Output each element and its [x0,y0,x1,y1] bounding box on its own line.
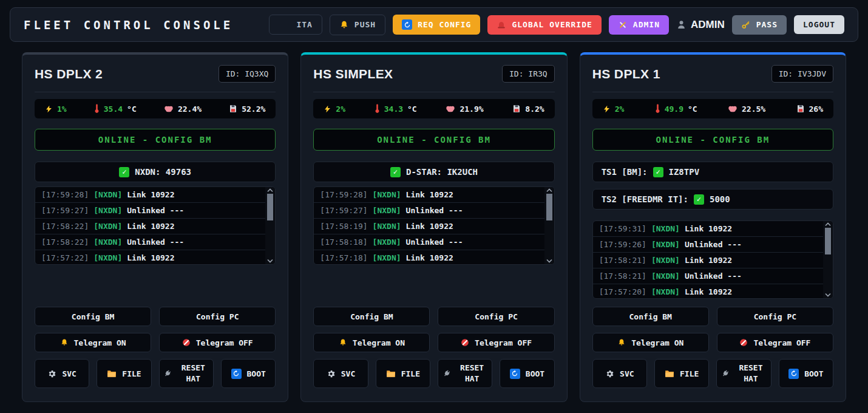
timeslot-1-row: TS1 [BM]: ✓ IZ8TPV [592,162,833,182]
telegram-off-button[interactable]: Telegram OFF [717,333,833,352]
log-message: Link 10922 [406,222,453,231]
temp-stat: 34.3°C [375,104,417,114]
disk-value: 52.2% [242,104,265,114]
telegram-off-label: Telegram OFF [753,338,810,347]
disk-value: 26% [809,104,823,114]
logout-label: LOGOUT [803,20,835,29]
log-tag: [NXDN] [373,253,401,262]
status-box: ONLINE - CONFIG BM [313,129,554,151]
reset-hat-button[interactable]: RESET HAT [438,359,492,388]
config-bm-button[interactable]: Config BM [35,307,151,326]
log-time: [17:58:18] [320,237,367,247]
refresh-icon [510,369,520,379]
config-pc-button[interactable]: Config PC [438,307,554,326]
log-message: Unlinked --- [406,206,463,215]
req-config-button[interactable]: REQ CONFIG [393,15,480,35]
config-bm-button[interactable]: Config BM [313,307,430,326]
stats-bar: 2% 34.3°C 21.9% 8.2% [313,99,554,118]
log-message: Unlinked --- [685,240,742,249]
scrollbar-track[interactable] [267,193,273,259]
scrollbar-thumb[interactable] [546,194,552,220]
logout-button[interactable]: LOGOUT [794,15,844,34]
temp-unit: °C [407,104,417,114]
telegram-on-label: Telegram ON [74,338,126,347]
reset-hat-button[interactable]: RESET HAT [159,359,214,388]
telegram-on-button[interactable]: Telegram ON [35,333,151,352]
log-entry: [17:57:22][NXDN]Link 10922 [35,250,265,264]
thermometer-icon [375,104,380,114]
req-config-label: REQ CONFIG [418,20,471,29]
scroll-down-icon[interactable] [267,259,273,263]
check-icon: ✓ [694,194,704,205]
language-button[interactable]: ITA [269,15,322,35]
temp-stat: 35.4°C [94,104,137,114]
scroll-up-icon[interactable] [267,188,273,193]
log-scrollbar[interactable] [265,187,275,264]
tools-icon [618,20,628,30]
log-scrollbar[interactable] [823,221,833,298]
scrollbar-thumb[interactable] [267,194,273,220]
cpu-value: 22.4% [178,104,202,114]
scroll-down-icon[interactable] [825,293,831,297]
svc-label: SVC [62,369,76,378]
reset-hat-button[interactable]: RESET HAT [716,359,771,388]
file-button[interactable]: FILE [654,359,709,388]
pass-button[interactable]: PASS [732,15,787,35]
app-title: FLEET CONTROL CONSOLE [24,18,233,32]
boot-label: BOOT [247,369,266,378]
log-entry: [17:59:27][NXDN]Unlinked --- [35,203,265,219]
telegram-on-button[interactable]: Telegram ON [592,333,709,352]
scroll-up-icon[interactable] [546,188,552,193]
current-user: ADMIN [676,19,725,31]
power-stat: 1% [45,104,67,114]
log-entry: [17:59:28][NXDN]Link 10922 [35,187,265,203]
log-rows[interactable]: [17:59:28][NXDN]Link 10922 [17:59:27][NX… [314,187,544,264]
status-box: ONLINE - CONFIG BM [592,129,833,151]
log-tag: [NXDN] [93,237,122,247]
log-time: [17:57:18] [320,253,367,262]
file-button[interactable]: FILE [376,359,430,388]
config-bm-label: Config BM [350,312,393,321]
boot-button[interactable]: BOOT [500,359,554,388]
cards-row: HS DPLX 2 ID: IQ3XQ 1% 35.4°C 22.4% 52.2… [22,52,846,402]
bell-icon [617,338,626,347]
config-pc-button[interactable]: Config PC [159,307,276,326]
boot-button[interactable]: BOOT [221,359,276,388]
config-bm-button[interactable]: Config BM [592,307,709,326]
config-pc-button[interactable]: Config PC [717,307,833,326]
push-button[interactable]: PUSH [330,15,385,35]
card-header: HS DPLX 2 ID: IQ3XQ [35,65,276,83]
log-time: [17:58:19] [320,222,367,231]
config-pc-label: Config PC [475,312,517,321]
telegram-on-button[interactable]: Telegram ON [313,333,430,352]
scroll-up-icon[interactable] [825,222,831,227]
svc-button[interactable]: SVC [35,359,89,388]
telegram-off-button[interactable]: Telegram OFF [159,333,276,352]
boot-button[interactable]: BOOT [779,359,833,388]
log-rows[interactable]: [17:59:28][NXDN]Link 10922 [17:59:27][NX… [35,187,265,264]
global-override-button[interactable]: GLOBAL OVERRIDE [487,15,601,35]
card-actions: Config BM Config PC Telegram ON Telegram… [592,300,833,388]
scrollbar-track[interactable] [546,193,552,259]
admin-button-label: ADMIN [633,20,660,29]
mode-label: D-STAR: IK2UCH [406,167,478,177]
mode-label: NXDN: 49763 [135,167,191,177]
telegram-off-button[interactable]: Telegram OFF [438,333,554,352]
svc-button[interactable]: SVC [313,359,368,388]
log-message: Link 10922 [685,256,732,265]
log-rows[interactable]: [17:59:31][NXDN]Link 10922 [17:59:26][NX… [593,221,823,298]
svc-button[interactable]: SVC [592,359,647,388]
file-button[interactable]: FILE [97,359,151,388]
folder-icon [107,370,117,378]
scrollbar-thumb[interactable] [825,228,831,254]
plug-icon [721,369,730,378]
language-label: ITA [296,20,312,29]
log-scrollbar[interactable] [544,187,554,264]
log-entry: [17:57:18][NXDN]Link 10922 [314,250,544,264]
scroll-down-icon[interactable] [546,259,552,263]
scrollbar-track[interactable] [825,227,831,293]
boot-label: BOOT [804,369,823,378]
zap-icon [45,104,53,114]
log-message: Link 10922 [685,287,732,296]
admin-panel-button[interactable]: ADMIN [609,15,669,35]
